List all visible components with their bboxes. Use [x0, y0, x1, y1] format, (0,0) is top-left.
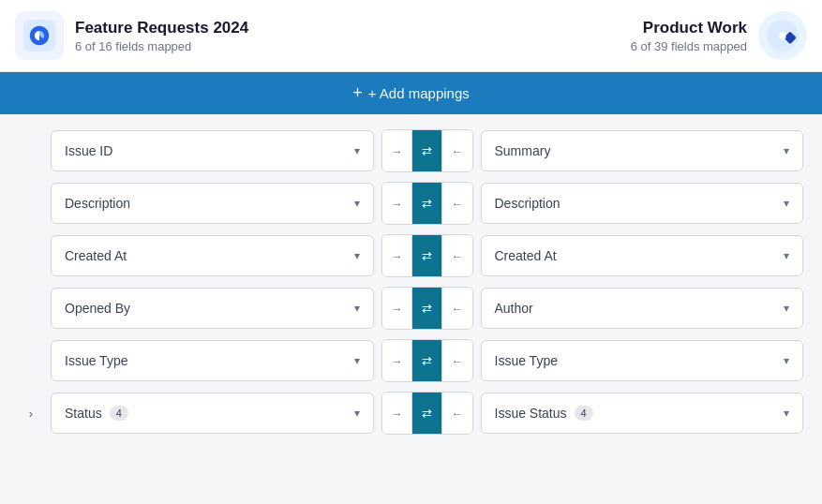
destination-fields-mapped: 6 of 39 fields mapped: [631, 39, 747, 53]
direction-controls: →⇄←: [381, 392, 473, 435]
dest-field-label: Created At: [495, 248, 557, 263]
arrow-right-button[interactable]: →: [382, 288, 412, 329]
dest-field-label: Description: [495, 196, 560, 211]
dest-field-select[interactable]: Summary▾: [481, 130, 804, 171]
chevron-down-icon: ▾: [784, 407, 789, 420]
source-field-badge: 4: [110, 406, 128, 421]
dest-field-label: Author: [495, 301, 533, 316]
chevron-down-icon: ▾: [784, 197, 789, 210]
dest-field-select[interactable]: Description▾: [481, 183, 804, 224]
chevron-down-icon: ▾: [354, 144, 360, 157]
direction-controls: →⇄←: [381, 182, 473, 225]
arrow-left-button[interactable]: ←: [442, 130, 472, 171]
dest-field-select[interactable]: Issue Type▾: [481, 340, 804, 381]
dest-field-label: Summary: [495, 143, 551, 158]
source-field-label: Issue Type: [65, 353, 127, 368]
mapping-row: Issue ID▾→⇄←Summary▾: [19, 129, 803, 172]
header: Feature Requests 2024 6 of 16 fields map…: [0, 0, 822, 72]
mapping-row: Opened By▾→⇄←Author▾: [19, 287, 803, 330]
chevron-down-icon: ▾: [354, 354, 360, 367]
expand-button[interactable]: ›: [19, 401, 43, 425]
arrows-both-button[interactable]: ⇄: [412, 183, 442, 224]
arrow-left-button[interactable]: ←: [442, 393, 472, 434]
source-field-select[interactable]: Issue Type▾: [51, 340, 374, 381]
dest-field-badge: 4: [575, 406, 593, 421]
arrow-right-button[interactable]: →: [382, 183, 412, 224]
arrows-both-button[interactable]: ⇄: [412, 288, 442, 329]
dest-field-select[interactable]: Author▾: [481, 288, 804, 329]
source-fields-mapped: 6 of 16 fields mapped: [75, 39, 248, 53]
chevron-down-icon: ▾: [354, 302, 360, 315]
direction-controls: →⇄←: [381, 234, 473, 277]
chevron-down-icon: ▾: [354, 407, 360, 420]
arrow-left-button[interactable]: ←: [442, 235, 472, 276]
chevron-down-icon: ▾: [354, 197, 360, 210]
mapping-row: ›Status4▾→⇄←Issue Status4▾: [19, 392, 803, 435]
arrow-left-button[interactable]: ←: [442, 288, 472, 329]
destination-info: Product Work 6 of 39 fields mapped: [631, 19, 747, 53]
direction-controls: →⇄←: [381, 287, 473, 330]
source-field-select[interactable]: Description▾: [51, 183, 374, 224]
source-name: Feature Requests 2024: [75, 19, 248, 37]
arrows-both-button[interactable]: ⇄: [412, 393, 442, 434]
destination-logo-icon: [767, 20, 799, 52]
arrow-right-button[interactable]: →: [382, 393, 412, 434]
source-section: Feature Requests 2024 6 of 16 fields map…: [15, 11, 248, 60]
chevron-down-icon: ▾: [784, 144, 789, 157]
mapping-row: Issue Type▾→⇄←Issue Type▾: [19, 339, 803, 382]
source-field-select[interactable]: Created At▾: [51, 235, 374, 276]
arrows-both-button[interactable]: ⇄: [412, 235, 442, 276]
arrow-left-button[interactable]: ←: [442, 183, 472, 224]
arrows-both-button[interactable]: ⇄: [412, 130, 442, 171]
dest-field-select[interactable]: Issue Status4▾: [481, 393, 804, 434]
mapping-row: Created At▾→⇄←Created At▾: [19, 234, 803, 277]
dest-field-select[interactable]: Created At▾: [481, 235, 804, 276]
plus-icon: +: [352, 83, 363, 103]
destination-logo: [758, 11, 807, 60]
direction-controls: →⇄←: [381, 129, 473, 172]
source-field-select[interactable]: Opened By▾: [51, 288, 374, 329]
add-mappings-label: + Add mappings: [368, 85, 470, 101]
source-logo-icon: [23, 20, 55, 52]
source-field-label: Created At: [65, 248, 127, 263]
source-field-select[interactable]: Issue ID▾: [51, 130, 374, 171]
source-field-select[interactable]: Status4▾: [51, 393, 374, 434]
source-logo: [15, 11, 64, 60]
arrow-right-button[interactable]: →: [382, 340, 412, 381]
source-info: Feature Requests 2024 6 of 16 fields map…: [75, 19, 248, 53]
dest-field-label: Issue Status4: [495, 406, 593, 421]
chevron-down-icon: ▾: [784, 302, 789, 315]
chevron-down-icon: ▾: [354, 249, 360, 262]
direction-controls: →⇄←: [381, 339, 473, 382]
dest-field-label: Issue Type: [495, 353, 558, 368]
arrow-right-button[interactable]: →: [382, 130, 412, 171]
source-field-label: Description: [65, 196, 130, 211]
chevron-down-icon: ▾: [784, 354, 789, 367]
add-mappings-button[interactable]: + + Add mappings: [0, 72, 822, 114]
destination-section: Product Work 6 of 39 fields mapped: [631, 11, 807, 60]
svg-rect-3: [780, 33, 786, 39]
chevron-down-icon: ▾: [784, 249, 789, 262]
source-field-label: Status4: [65, 406, 128, 421]
arrow-right-button[interactable]: →: [382, 235, 412, 276]
mapping-row: Description▾→⇄←Description▾: [19, 182, 803, 225]
source-field-label: Opened By: [65, 301, 130, 316]
arrow-left-button[interactable]: ←: [442, 340, 472, 381]
arrows-both-button[interactable]: ⇄: [412, 340, 442, 381]
destination-name: Product Work: [631, 19, 747, 37]
mappings-list: Issue ID▾→⇄←Summary▾Description▾→⇄←Descr…: [0, 114, 822, 450]
source-field-label: Issue ID: [65, 143, 112, 158]
